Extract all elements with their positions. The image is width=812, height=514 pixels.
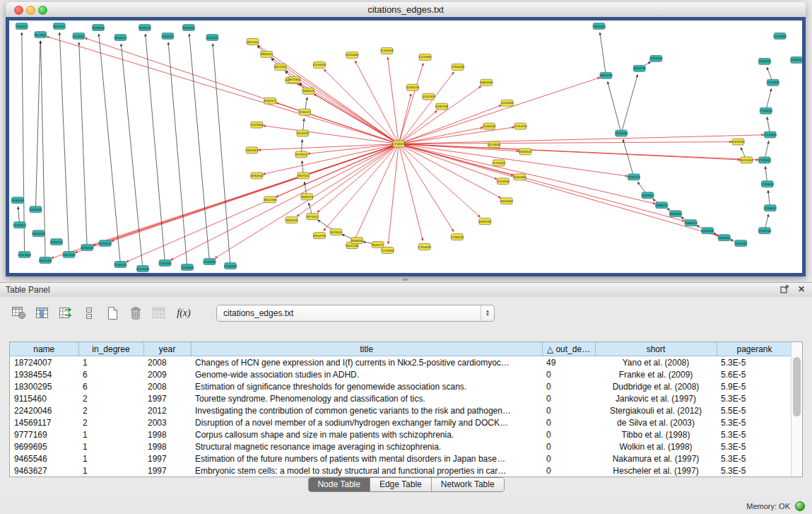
graph-node[interactable]: 20615301 bbox=[62, 252, 76, 258]
table-cell[interactable]: Tourette syndrome. Phenomenology and cla… bbox=[191, 392, 542, 404]
table-cell[interactable]: 2008 bbox=[143, 356, 191, 369]
table-cell[interactable]: 5.3E-5 bbox=[717, 452, 792, 465]
graph-node[interactable]: 21345066 bbox=[224, 263, 237, 269]
graph-node[interactable]: 16344366 bbox=[513, 174, 526, 180]
graph-node[interactable]: 20454312 bbox=[264, 98, 277, 104]
table-cell[interactable]: Genome-wide association studies in ADHD. bbox=[191, 368, 542, 380]
graph-node[interactable]: 8394066 bbox=[183, 24, 195, 30]
graph-node[interactable]: 20465122 bbox=[50, 239, 64, 245]
graph-edge[interactable] bbox=[189, 34, 210, 262]
new-table-icon[interactable] bbox=[103, 305, 122, 322]
graph-edge[interactable] bbox=[168, 42, 187, 267]
graph-node[interactable]: 10265144 bbox=[406, 84, 420, 90]
graph-node[interactable]: 8812404 bbox=[247, 38, 259, 45]
table-cell[interactable]: Dudbridge et al. (2008) bbox=[595, 380, 717, 392]
graph-node[interactable]: 1724053 bbox=[393, 141, 405, 147]
graph-node[interactable]: 17060344 bbox=[758, 58, 772, 64]
graph-node[interactable]: 9643127 bbox=[372, 242, 384, 248]
graph-edge[interactable] bbox=[388, 57, 399, 144]
graph-node[interactable]: 20416533 bbox=[32, 230, 45, 237]
table-cell[interactable]: 5.3E-5 bbox=[717, 416, 792, 428]
close-panel-icon[interactable]: ✕ bbox=[796, 284, 806, 294]
graph-edge[interactable] bbox=[608, 81, 621, 133]
graph-edge[interactable] bbox=[399, 63, 423, 144]
table-row[interactable]: 977716911998Corpus callosum shape and si… bbox=[10, 428, 792, 440]
table-cell[interactable]: Jankovic et al. (1997) bbox=[595, 392, 717, 404]
graph-node[interactable]: 19784122 bbox=[628, 174, 641, 180]
graph-node[interactable]: 9135247 bbox=[299, 109, 311, 115]
graph-node[interactable]: 17434166 bbox=[758, 228, 772, 234]
graph-node[interactable]: 17123455 bbox=[766, 79, 779, 86]
table-cell[interactable]: Franke et al. (2009) bbox=[595, 368, 717, 380]
tab-network-table[interactable]: Network Table bbox=[432, 478, 504, 491]
table-cell[interactable]: 5.5E-5 bbox=[717, 404, 792, 416]
table-cell[interactable]: 2012 bbox=[143, 404, 191, 416]
graph-node[interactable]: 18654431 bbox=[285, 217, 298, 223]
graph-node[interactable]: 10387566 bbox=[435, 103, 449, 110]
table-row[interactable]: 969969511998Structural magnetic resonanc… bbox=[10, 440, 792, 452]
graph-edge[interactable] bbox=[40, 41, 45, 260]
graph-node[interactable]: 8296530 bbox=[139, 24, 151, 30]
graph-edge[interactable] bbox=[324, 144, 399, 231]
scrollbar-thumb[interactable] bbox=[793, 357, 801, 416]
table-row[interactable]: 946554611997Estimation of the future num… bbox=[10, 452, 792, 465]
graph-node[interactable]: 20664043 bbox=[81, 245, 94, 251]
table-cell[interactable]: de Silva et al. (2003) bbox=[595, 416, 717, 428]
table-cell[interactable]: 5.3E-5 bbox=[717, 428, 792, 440]
column-header[interactable]: pagerank bbox=[717, 342, 792, 356]
row-height-icon[interactable] bbox=[80, 305, 98, 322]
graph-node[interactable]: 8447211 bbox=[206, 34, 218, 40]
graph-node[interactable]: 17184032 bbox=[760, 107, 773, 114]
table-cell[interactable]: 1998 bbox=[143, 428, 191, 440]
table-cell[interactable]: Structural magnetic resonance image aver… bbox=[191, 440, 542, 452]
graph-edge[interactable] bbox=[263, 126, 399, 144]
table-cell[interactable]: 0 bbox=[542, 452, 595, 465]
table-cell[interactable]: 0 bbox=[542, 380, 595, 392]
table-cell[interactable]: 1998 bbox=[143, 440, 191, 452]
graph-edge[interactable] bbox=[170, 144, 399, 260]
splitter-handle[interactable] bbox=[403, 279, 408, 281]
table-cell[interactable]: 9115460 bbox=[10, 392, 78, 404]
graph-node[interactable]: 19733054 bbox=[615, 130, 628, 136]
graph-node[interactable]: 8973340 bbox=[288, 76, 300, 83]
graph-edge[interactable] bbox=[79, 42, 87, 247]
table-cell[interactable]: Estimation of the future numbers of pati… bbox=[191, 452, 542, 465]
graph-node[interactable]: 9523410 bbox=[330, 229, 342, 235]
graph-node[interactable]: 16644561 bbox=[500, 198, 514, 204]
table-cell[interactable]: 9777169 bbox=[10, 428, 78, 440]
graph-node[interactable]: 17384512 bbox=[764, 205, 777, 211]
graph-edge[interactable] bbox=[99, 34, 121, 264]
column-header[interactable]: name bbox=[10, 342, 78, 356]
table-row[interactable]: 1938455462009Genome-wide association stu… bbox=[10, 368, 792, 380]
table-cell[interactable]: 2009 bbox=[143, 368, 191, 380]
graph-node[interactable]: 11204340 bbox=[493, 160, 506, 166]
graph-node[interactable]: 8189344 bbox=[93, 24, 105, 30]
graph-node[interactable]: 8076241 bbox=[53, 23, 65, 29]
graph-node[interactable]: 19654301 bbox=[245, 147, 259, 153]
graph-node[interactable]: 17754943 bbox=[381, 247, 394, 254]
table-cell[interactable]: 0 bbox=[542, 404, 595, 416]
graph-node[interactable]: 9084533 bbox=[302, 88, 314, 94]
function-builder-icon[interactable]: f(x) bbox=[173, 305, 194, 322]
table-cell[interactable]: 1997 bbox=[143, 465, 191, 477]
table-cell[interactable]: 5.9E-5 bbox=[717, 380, 792, 392]
graph-node[interactable]: 8343255 bbox=[162, 33, 174, 39]
graph-node[interactable]: 19833467 bbox=[641, 192, 654, 199]
graph-node[interactable]: 9473301 bbox=[307, 214, 319, 220]
table-cell[interactable]: 19384554 bbox=[10, 368, 78, 380]
graph-node[interactable]: 11254066 bbox=[497, 178, 510, 185]
edit-table-icon[interactable] bbox=[57, 305, 75, 322]
graph-edge[interactable] bbox=[35, 41, 40, 209]
table-cell[interactable]: 5.6E-5 bbox=[717, 368, 792, 380]
graph-edge[interactable] bbox=[399, 78, 600, 144]
table-cell[interactable]: 9699695 bbox=[10, 440, 78, 452]
graph-node[interactable]: 20513404 bbox=[18, 252, 31, 258]
graph-node[interactable]: 12954083 bbox=[452, 64, 465, 70]
graph-node[interactable]: 21543068 bbox=[773, 33, 787, 39]
graph-edge[interactable] bbox=[399, 144, 758, 160]
table-source-dropdown[interactable]: citations_edges.txt ▲▼ bbox=[216, 305, 495, 322]
table-cell[interactable]: Yano et al. (2008) bbox=[595, 356, 717, 369]
graph-node[interactable]: 8865031 bbox=[261, 51, 273, 57]
table-cell[interactable]: 1 bbox=[78, 356, 143, 369]
table-cell[interactable]: 6 bbox=[78, 380, 143, 392]
